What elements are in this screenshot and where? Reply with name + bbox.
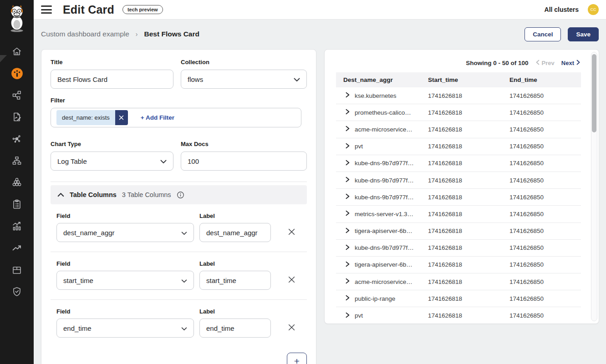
table-row[interactable]: pvt 1741626818 1741626850 <box>336 138 581 155</box>
expand-row-chevron-icon[interactable] <box>346 160 350 167</box>
cancel-button[interactable]: Cancel <box>525 27 561 41</box>
remove-filter-button[interactable] <box>115 110 128 125</box>
prev-page-button[interactable]: Prev <box>536 60 555 66</box>
expand-row-chevron-icon[interactable] <box>346 312 350 319</box>
table-row[interactable]: acme-microservice… 1741626818 1741626850 <box>336 121 581 138</box>
collection-select[interactable]: flows <box>181 70 307 89</box>
expand-row-chevron-icon[interactable] <box>346 92 350 99</box>
sidebar-item-compliance[interactable] <box>0 281 34 303</box>
sidebar-item-flow-visualizations[interactable] <box>0 128 34 150</box>
filter-box[interactable]: dest_name: exists + Add Filter <box>51 108 301 127</box>
chevron-down-icon <box>294 76 300 83</box>
table-columns-title: Table Columns <box>70 191 117 198</box>
label-input[interactable]: dest_name_aggr <box>199 223 271 242</box>
sidebar-item-service-graph[interactable] <box>0 84 34 106</box>
field-label: Field <box>56 212 194 219</box>
start-time-cell: 1741626818 <box>421 244 502 251</box>
expand-row-chevron-icon[interactable] <box>346 143 350 150</box>
sidebar-item-hierarchy[interactable] <box>0 150 34 172</box>
table-row[interactable]: prometheus-calico… 1741626818 1741626850 <box>336 104 581 121</box>
card-preview: Showing 0 - 50 of 100 Prev Next Dest_nam… <box>324 49 599 324</box>
table-columns-accordion[interactable]: Table Columns 3 Table Columns <box>51 185 307 204</box>
expand-row-chevron-icon[interactable] <box>346 278 350 285</box>
sidebar-item-home[interactable] <box>0 40 34 62</box>
sidebar-item-packages[interactable] <box>0 259 34 281</box>
expand-row-chevron-icon[interactable] <box>346 109 350 116</box>
title-input[interactable] <box>51 70 173 89</box>
chevron-down-icon <box>181 229 187 237</box>
breadcrumb-parent[interactable]: Custom dashboard example <box>41 30 129 38</box>
table-row[interactable]: kube-dns-9b7d977f… 1741626818 1741626850 <box>336 240 581 257</box>
expand-row-chevron-icon[interactable] <box>346 210 350 217</box>
remove-column-button[interactable] <box>286 322 297 334</box>
dest-name-cell: kube-dns-9b7d977f… <box>355 244 414 251</box>
remove-column-button[interactable] <box>286 274 297 287</box>
trend-icon <box>11 243 22 253</box>
chart-type-label: Chart Type <box>51 141 173 147</box>
hamburger-menu-icon[interactable] <box>41 5 52 14</box>
end-time-cell: 1741626850 <box>502 211 581 217</box>
max-docs-input[interactable] <box>181 152 307 171</box>
preview-scrollbar[interactable] <box>591 52 597 321</box>
add-filter-button[interactable]: + Add Filter <box>141 114 174 121</box>
dest-name-cell: tigera-apiserver-6b… <box>355 261 412 268</box>
avatar[interactable]: CC <box>588 4 599 15</box>
info-icon[interactable] <box>177 191 184 199</box>
scrollbar-thumb[interactable] <box>592 54 596 132</box>
table-row[interactable]: acme-microservice… 1741626818 1741626850 <box>336 273 581 290</box>
cluster-icon <box>11 177 22 188</box>
sidebar-item-logs[interactable] <box>0 106 34 128</box>
pagination-status: Showing 0 - 50 of 100 <box>466 60 528 66</box>
table-row[interactable]: kse.kubernetes 1741626818 1741626850 <box>336 87 581 104</box>
field-select[interactable]: end_time <box>56 318 194 338</box>
end-time-cell: 1741626850 <box>502 126 581 133</box>
start-time-cell: 1741626818 <box>421 278 502 285</box>
calico-cat-logo[interactable] <box>0 0 34 36</box>
sidebar-item-statistics[interactable] <box>0 215 34 237</box>
expand-row-chevron-icon[interactable] <box>346 177 350 184</box>
start-time-cell: 1741626818 <box>421 109 502 116</box>
field-select[interactable]: dest_name_aggr <box>56 223 194 242</box>
sidebar-item-dashboards[interactable] <box>0 62 34 84</box>
label-input[interactable]: end_time <box>199 318 271 338</box>
next-page-button[interactable]: Next <box>561 60 580 66</box>
expand-row-chevron-icon[interactable] <box>346 228 350 235</box>
table-column-row: Field Label end_time end_time <box>51 300 307 347</box>
sidebar-item-policies[interactable] <box>0 193 34 215</box>
expand-row-chevron-icon[interactable] <box>346 244 350 252</box>
table-row[interactable]: tigera-apiserver-6b… 1741626818 17416268… <box>336 257 581 273</box>
start-time-cell: 1741626818 <box>421 143 502 150</box>
table-row[interactable]: public-ip-range 1741626818 1741626850 <box>336 290 581 307</box>
filter-label: Filter <box>51 97 307 104</box>
divider <box>51 182 307 182</box>
remove-column-button[interactable] <box>286 226 297 239</box>
sidebar-item-clusters[interactable] <box>0 172 34 193</box>
label-label: Label <box>199 308 271 315</box>
save-button[interactable]: Save <box>568 27 599 41</box>
table-row[interactable]: kube-dns-9b7d977f… 1741626818 1741626850 <box>336 189 581 206</box>
table-row[interactable]: pvt 1741626818 1741626850 <box>336 307 581 324</box>
dest-name-cell: kube-dns-9b7d977f… <box>355 160 414 167</box>
cluster-selector[interactable]: All clusters <box>545 6 579 13</box>
table-row[interactable]: metrics-server-v1.3… 1741626818 17416268… <box>336 206 581 222</box>
chevron-down-icon <box>181 277 187 284</box>
sidebar-item-trends[interactable] <box>0 237 34 259</box>
expand-row-chevron-icon[interactable] <box>346 193 350 201</box>
expand-row-chevron-icon[interactable] <box>346 126 350 133</box>
dest-name-cell: kube-dns-9b7d977f… <box>355 194 414 201</box>
label-input[interactable]: start_time <box>199 271 271 290</box>
table-row[interactable]: kube-dns-9b7d977f… 1741626818 1741626850 <box>336 155 581 172</box>
add-column-button[interactable]: + <box>287 353 307 364</box>
title-label: Title <box>51 59 173 66</box>
table-row[interactable]: tigera-apiserver-6b… 1741626818 17416268… <box>336 223 581 240</box>
start-time-cell: 1741626818 <box>421 160 502 167</box>
expand-row-chevron-icon[interactable] <box>346 295 350 302</box>
field-select[interactable]: start_time <box>56 271 194 290</box>
field-label: Field <box>56 260 194 267</box>
table-row[interactable]: kube-dns-9b7d977f… 1741626818 1741626850 <box>336 172 581 189</box>
chart-type-select[interactable]: Log Table <box>51 152 173 171</box>
expand-row-chevron-icon[interactable] <box>346 261 350 268</box>
dest-name-cell: prometheus-calico… <box>355 109 411 116</box>
dashboard-icon <box>11 67 23 80</box>
card-editor-form: Title Collection flows Filter dest_name:… <box>41 49 316 364</box>
